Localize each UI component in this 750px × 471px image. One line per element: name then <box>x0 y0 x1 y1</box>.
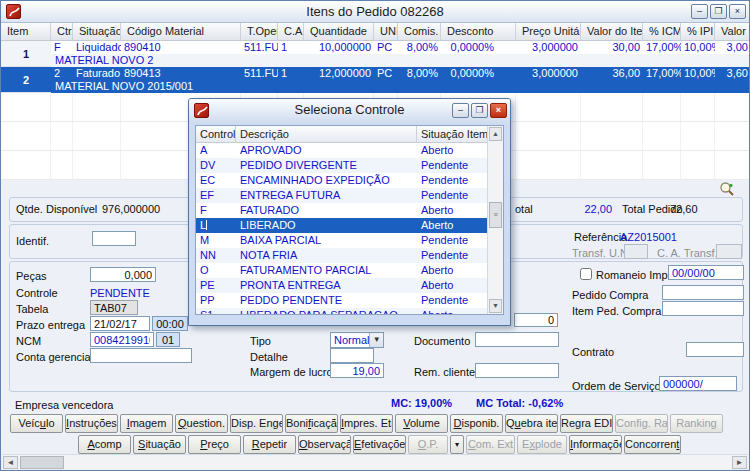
column-header-desconto[interactable]: Desconto <box>441 23 516 40</box>
list-item[interactable]: DVPEDIDO DIVERGENTEPendente <box>196 158 503 173</box>
preco-button[interactable]: Preço <box>188 435 241 454</box>
list-item[interactable]: PPPEDDO PENDENTEPendente <box>196 293 503 308</box>
list-item[interactable]: OFATURAMENTO PARCIALAberto <box>196 263 503 278</box>
column-header-uni[interactable]: UNI <box>374 23 398 40</box>
column-header-ctr[interactable]: Ctr. <box>51 23 73 40</box>
modal-column-header-controle[interactable]: Controle <box>196 126 236 142</box>
repetir-button[interactable]: Repetir <box>243 435 296 454</box>
regra-edi-button[interactable]: Regra EDI <box>560 414 613 433</box>
concorrente-button[interactable]: Concorrente <box>624 435 681 454</box>
list-item[interactable]: ECENCAMINHADO EXPEDIÇÃOPendente <box>196 173 503 188</box>
question-button[interactable]: Question. <box>175 414 228 433</box>
rem-cliente-input[interactable] <box>475 363 559 378</box>
cell-comis: 8,00% <box>398 41 441 54</box>
column-header-quantidade[interactable]: Quantidade <box>304 23 374 40</box>
mc-total-value: MC Total: -0,62% <box>476 397 563 409</box>
column-header-item[interactable]: Item <box>1 23 51 40</box>
modal-maximize-icon[interactable]: ❐ <box>471 103 488 118</box>
conta-gerencial-input[interactable] <box>90 348 192 363</box>
veiculo-button[interactable]: Veículo <box>10 414 63 433</box>
scroll-down-icon[interactable]: ▼ <box>489 299 502 313</box>
tipo-select[interactable]: Normal ▼ <box>330 332 384 348</box>
ncm-input[interactable] <box>90 332 154 347</box>
scroll-left-icon[interactable]: ◄ <box>3 456 18 469</box>
list-item[interactable]: PEPRONTA ENTREGAAberto <box>196 278 503 293</box>
small-value-input[interactable] <box>514 313 558 327</box>
prazo-entrega-label: Prazo entrega <box>16 319 85 331</box>
romaneio-checkbox[interactable] <box>580 268 592 280</box>
button-row-2: AcompSituaçãoPreçoRepetirObservaçãoEfeti… <box>78 435 681 454</box>
item-ped-compra-input[interactable] <box>662 301 744 316</box>
prazo-entrega-time-input[interactable] <box>152 316 188 331</box>
quebra-itens-button[interactable]: Quebra itens <box>505 414 558 433</box>
minimize-icon[interactable]: – <box>691 4 708 19</box>
config-rank-button[interactable]: Config. Rank. <box>615 414 668 433</box>
column-header-valor-do-item[interactable]: Valor do Item <box>581 23 643 40</box>
column-header-ipi[interactable]: % IPI <box>681 23 715 40</box>
op-dropdown-icon[interactable]: ▾ <box>450 435 464 454</box>
bonificacao-button[interactable]: Bonificação <box>285 414 338 433</box>
explode-button[interactable]: Explode <box>517 435 567 454</box>
romaneio-date-input[interactable] <box>668 265 744 280</box>
o-p-button[interactable]: O.P. <box>408 435 448 454</box>
cell-preco-unitario: 3,000000 <box>516 41 581 54</box>
instrucoes-button[interactable]: Instruções <box>65 414 118 433</box>
margem-lucro-input[interactable] <box>330 363 384 378</box>
ordem-servico-input[interactable] <box>659 376 737 391</box>
scroll-right-icon[interactable]: ► <box>732 456 747 469</box>
list-item[interactable]: S1LIBERADO PARA SEPARACAOAberto <box>196 308 503 315</box>
documento-input[interactable] <box>475 332 559 347</box>
list-item[interactable]: FFATURADOAberto <box>196 203 503 218</box>
disp-engenh-button[interactable]: Disp. Engenh. <box>230 414 283 433</box>
observacao-button[interactable]: Observação <box>298 435 351 454</box>
column-header-c-a[interactable]: C.A. <box>278 23 304 40</box>
margem-lucro-label: Margem de lucro <box>250 366 333 378</box>
zoom-icon[interactable] <box>719 181 735 197</box>
modal-column-header-situacao-item-pe[interactable]: Situação Item Pe... <box>417 126 489 142</box>
efetivacoes-button[interactable]: Efetivações <box>353 435 406 454</box>
column-header-situacao[interactable]: Situação <box>73 23 121 40</box>
list-item[interactable]: AAPROVADOAberto <box>196 143 503 158</box>
column-header-comis[interactable]: Comis. <box>398 23 441 40</box>
column-header-icms[interactable]: % ICMS <box>643 23 681 40</box>
table-row[interactable]: 1FLiquidado890410511.FU110,000000PC8,00%… <box>1 41 750 67</box>
column-header-t-oper[interactable]: T.Oper. <box>241 23 278 40</box>
scroll-up-icon[interactable]: ▲ <box>489 127 502 141</box>
modal-column-header-descricao[interactable]: Descrição <box>236 126 417 142</box>
list-item[interactable]: MBAIXA PARCIALPendente <box>196 233 503 248</box>
acomp-button[interactable]: Acomp <box>78 435 131 454</box>
imagem-button[interactable]: Imagem <box>120 414 173 433</box>
pecas-input[interactable] <box>90 267 156 282</box>
modal-minimize-icon[interactable]: – <box>452 103 469 118</box>
vertical-scrollbar[interactable]: ▲ ≡ ▼ <box>487 126 503 314</box>
prazo-entrega-input[interactable] <box>90 316 150 331</box>
scrollbar-thumb[interactable] <box>20 456 64 469</box>
detalhe-input[interactable] <box>330 348 374 363</box>
chevron-down-icon[interactable]: ▼ <box>369 333 383 347</box>
cell-situacao: Pendente <box>417 233 489 248</box>
identif-input[interactable] <box>92 231 136 246</box>
list-item[interactable]: NNNOTA FRIAPendente <box>196 248 503 263</box>
disponib-button[interactable]: Disponib. <box>450 414 503 433</box>
column-header-preco-unitario[interactable]: Preço Unitário <box>516 23 581 40</box>
ranking-button[interactable]: Ranking <box>670 414 723 433</box>
com-ext-button[interactable]: Com. Ext <box>466 435 515 454</box>
informacoes-button[interactable]: Informações <box>569 435 622 454</box>
vertical-scrollbar-thumb[interactable]: ≡ <box>489 202 502 228</box>
maximize-icon[interactable]: ❐ <box>710 4 727 19</box>
contrato-input[interactable] <box>686 342 744 357</box>
list-item[interactable]: EFENTREGA FUTURAPendente <box>196 188 503 203</box>
impres-etiq-button[interactable]: Impres. Etiq. <box>340 414 393 433</box>
ncm-suffix-input[interactable] <box>156 332 180 347</box>
volume-button[interactable]: Volume <box>395 414 448 433</box>
column-header-valor-ipi[interactable]: Valor IPI <box>715 23 750 40</box>
close-icon[interactable]: × <box>729 4 746 19</box>
horizontal-scrollbar[interactable]: ◄ ► <box>2 454 748 469</box>
column-header-codigo-material[interactable]: Código Material <box>121 23 241 40</box>
total-pedido-value: 72,60 <box>670 203 698 215</box>
pedido-compra-input[interactable] <box>662 285 744 300</box>
table-row[interactable]: 22Faturado890413511.FU112,000000PC8,00%0… <box>1 67 750 93</box>
modal-close-icon[interactable]: × <box>490 103 507 118</box>
situacao-button[interactable]: Situação <box>133 435 186 454</box>
list-item[interactable]: LLIBERADOAberto <box>196 218 503 233</box>
